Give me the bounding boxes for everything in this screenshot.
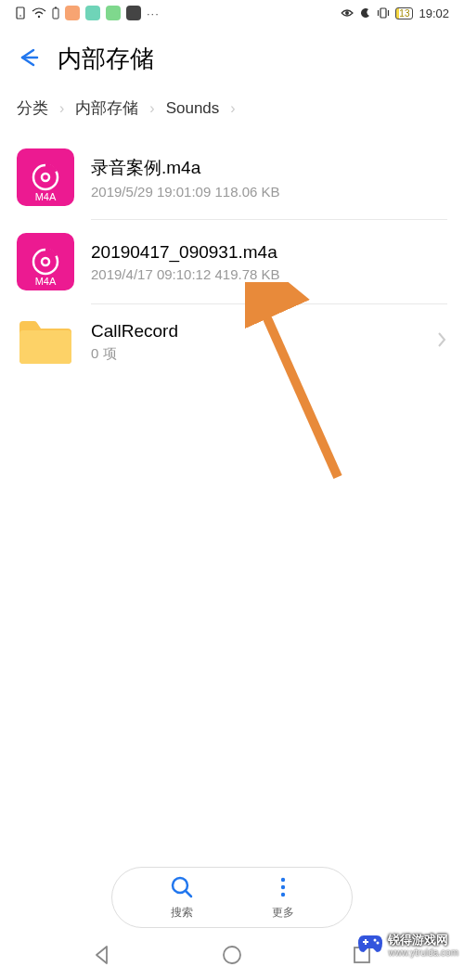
search-label: 搜索 — [171, 905, 193, 921]
watermark-logo-icon — [356, 932, 384, 960]
watermark: 锐得游戏网 www.ytruida.com — [351, 928, 464, 963]
page-title: 内部存储 — [58, 43, 154, 75]
file-type-label: M4A — [35, 191, 57, 202]
svg-point-11 — [42, 174, 49, 181]
search-button[interactable]: 搜索 — [170, 875, 194, 921]
status-bar: ··· 13 19:02 — [0, 0, 464, 26]
svg-line-17 — [186, 891, 191, 896]
svg-point-18 — [280, 877, 284, 881]
battery-level: 13 — [395, 7, 413, 19]
svg-point-20 — [280, 892, 284, 896]
nav-back-icon[interactable] — [91, 944, 113, 970]
breadcrumb-item[interactable]: Sounds — [166, 99, 220, 118]
eye-comfort-icon — [340, 7, 354, 19]
breadcrumb: 分类 › 内部存储 › Sounds › — [0, 88, 464, 135]
app-indicator-icon — [85, 6, 100, 20]
app-indicator-icon — [126, 6, 141, 20]
folder-meta: 0 项 — [91, 345, 419, 363]
status-left: ··· — [15, 6, 160, 20]
svg-rect-0 — [17, 7, 24, 19]
file-meta: 2019/5/29 19:01:09 118.06 KB — [91, 184, 447, 200]
svg-point-19 — [280, 884, 284, 888]
chevron-right-icon: › — [59, 100, 64, 117]
more-indicator: ··· — [147, 6, 160, 20]
back-arrow-icon[interactable] — [15, 45, 41, 74]
wifi-icon — [32, 7, 46, 19]
sim-icon — [15, 6, 26, 19]
file-name: 录音案例.m4a — [91, 156, 447, 180]
m4a-file-icon: M4A — [17, 148, 74, 206]
folder-name: CallRecord — [91, 321, 419, 342]
folder-icon — [17, 317, 74, 366]
more-label: 更多 — [272, 905, 294, 921]
more-button[interactable]: 更多 — [271, 875, 295, 921]
breadcrumb-item[interactable]: 分类 — [17, 97, 48, 119]
svg-rect-4 — [55, 7, 57, 9]
list-item[interactable]: M4A 录音案例.m4a 2019/5/29 19:01:09 118.06 K… — [17, 135, 447, 219]
app-indicator-icon — [65, 6, 80, 20]
svg-point-26 — [377, 942, 380, 945]
dnd-icon — [360, 7, 371, 19]
breadcrumb-item[interactable]: 内部存储 — [75, 97, 138, 119]
file-list: M4A 录音案例.m4a 2019/5/29 19:01:09 118.06 K… — [0, 135, 464, 379]
watermark-brand: 锐得游戏网 — [388, 934, 458, 947]
svg-point-5 — [345, 11, 349, 15]
svg-rect-24 — [365, 939, 367, 945]
svg-point-13 — [42, 258, 49, 265]
list-item[interactable]: M4A 20190417_090931.m4a 2019/4/17 09:10:… — [17, 220, 447, 303]
vibrate-icon — [377, 6, 390, 19]
chevron-right-icon: › — [230, 100, 235, 117]
status-right: 13 19:02 — [340, 6, 449, 20]
chevron-right-icon — [436, 330, 447, 353]
battery-small-icon — [52, 6, 59, 19]
chevron-right-icon: › — [149, 100, 154, 117]
list-item[interactable]: CallRecord 0 项 — [17, 304, 447, 379]
svg-point-1 — [19, 15, 21, 17]
app-indicator-icon — [106, 6, 121, 20]
more-vertical-icon — [271, 875, 295, 903]
status-time: 19:02 — [419, 6, 449, 20]
watermark-url: www.ytruida.com — [388, 948, 458, 958]
app-header: 内部存储 — [0, 26, 464, 88]
svg-point-25 — [374, 939, 377, 942]
nav-home-icon[interactable] — [221, 944, 243, 970]
bottom-action-bar: 搜索 更多 — [111, 867, 353, 928]
file-meta: 2019/4/17 09:10:12 419.78 KB — [91, 266, 447, 282]
svg-point-21 — [224, 947, 240, 963]
file-type-label: M4A — [35, 276, 57, 287]
svg-rect-3 — [53, 8, 58, 19]
svg-point-2 — [38, 16, 40, 18]
svg-rect-14 — [19, 330, 71, 364]
m4a-file-icon: M4A — [17, 233, 74, 290]
search-icon — [170, 875, 194, 903]
svg-rect-6 — [380, 8, 386, 18]
file-name: 20190417_090931.m4a — [91, 242, 447, 263]
